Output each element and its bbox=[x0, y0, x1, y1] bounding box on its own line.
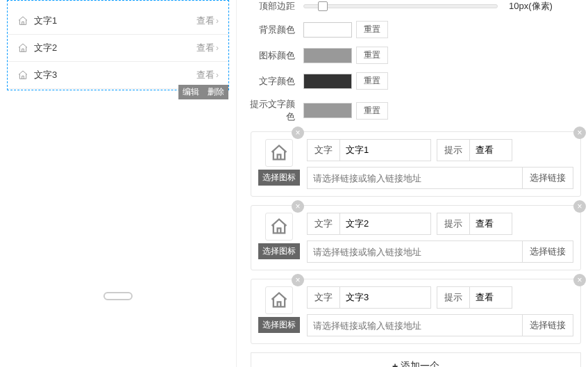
link-input[interactable] bbox=[307, 240, 522, 263]
icon-preview[interactable] bbox=[265, 213, 293, 240]
margin-top-value: 10px(像素) bbox=[509, 0, 553, 13]
text-color-label: 文字颜色 bbox=[244, 75, 299, 88]
bg-color-label: 背景颜色 bbox=[244, 24, 299, 36]
item-card: ××选择图标文字提示选择链接 bbox=[251, 279, 581, 344]
home-button[interactable] bbox=[103, 292, 133, 300]
select-icon-button[interactable]: 选择图标 bbox=[258, 317, 300, 333]
reset-button[interactable]: 重置 bbox=[356, 47, 388, 64]
preview-item[interactable]: 文字3 查看› 编辑 删除 bbox=[8, 62, 228, 89]
bg-color-swatch[interactable] bbox=[303, 22, 352, 38]
preview-item-hint: 查看 bbox=[196, 15, 215, 27]
hint-label: 提示 bbox=[437, 140, 470, 161]
remove-icon-button[interactable]: × bbox=[292, 200, 304, 213]
remove-item-button[interactable]: × bbox=[573, 127, 586, 139]
chevron-right-icon: › bbox=[216, 16, 219, 26]
preview-panel: 文字1 查看› 文字2 查看› 文字3 查看› 编辑 删除 bbox=[0, 0, 236, 367]
remove-item-button[interactable]: × bbox=[573, 274, 586, 286]
preview-canvas[interactable]: 文字1 查看› 文字2 查看› 文字3 查看› 编辑 删除 bbox=[7, 0, 229, 90]
remove-item-button[interactable]: × bbox=[573, 200, 586, 213]
hint-label: 提示 bbox=[437, 287, 470, 308]
properties-panel: 顶部边距 10px(像素) 背景颜色 重置 图标颜色 重置 文字颜色 重置 提示… bbox=[236, 0, 588, 367]
preview-item-text: 文字3 bbox=[34, 69, 57, 81]
chevron-right-icon: › bbox=[216, 70, 219, 80]
text-input[interactable] bbox=[340, 140, 430, 161]
item-card: ××选择图标文字提示选择链接 bbox=[251, 205, 581, 270]
text-input[interactable] bbox=[340, 213, 430, 234]
text-input[interactable] bbox=[340, 287, 430, 308]
text-label: 文字 bbox=[308, 287, 340, 308]
link-input[interactable] bbox=[307, 167, 522, 189]
chevron-right-icon: › bbox=[216, 43, 219, 53]
preview-item-hint: 查看 bbox=[196, 42, 215, 54]
reset-button[interactable]: 重置 bbox=[356, 102, 388, 120]
delete-button[interactable]: 删除 bbox=[203, 85, 228, 99]
remove-icon-button[interactable]: × bbox=[292, 274, 304, 286]
slider-thumb[interactable] bbox=[318, 1, 328, 11]
remove-icon-button[interactable]: × bbox=[292, 127, 304, 139]
hint-color-label: 提示文字颜色 bbox=[244, 98, 299, 123]
item-card: ××选择图标文字提示选择链接 bbox=[251, 131, 581, 197]
text-label: 文字 bbox=[308, 213, 340, 234]
text-label: 文字 bbox=[308, 140, 340, 161]
phone-home-bar bbox=[0, 285, 236, 307]
hint-input[interactable] bbox=[470, 213, 512, 234]
select-icon-button[interactable]: 选择图标 bbox=[258, 170, 300, 186]
hint-label: 提示 bbox=[437, 213, 470, 234]
edit-button[interactable]: 编辑 bbox=[178, 85, 203, 99]
preview-item-text: 文字2 bbox=[34, 42, 57, 54]
icon-preview[interactable] bbox=[265, 286, 293, 314]
select-icon-button[interactable]: 选择图标 bbox=[258, 243, 300, 259]
preview-item[interactable]: 文字1 查看› bbox=[8, 8, 228, 35]
house-icon bbox=[17, 15, 28, 26]
margin-top-slider[interactable] bbox=[303, 4, 498, 8]
house-icon bbox=[17, 42, 28, 54]
hint-color-swatch[interactable] bbox=[303, 103, 352, 118]
icon-color-swatch[interactable] bbox=[303, 48, 352, 63]
select-link-button[interactable]: 选择链接 bbox=[522, 240, 573, 263]
plus-icon: + bbox=[392, 361, 398, 367]
add-item-label: 添加一个 bbox=[401, 360, 439, 367]
preview-item[interactable]: 文字2 查看› bbox=[8, 35, 228, 62]
hint-input[interactable] bbox=[470, 287, 512, 308]
icon-color-label: 图标颜色 bbox=[244, 49, 299, 62]
add-item-button[interactable]: +添加一个 bbox=[251, 352, 581, 367]
select-link-button[interactable]: 选择链接 bbox=[522, 314, 573, 336]
margin-top-label: 顶部边距 bbox=[244, 0, 299, 13]
link-input[interactable] bbox=[307, 314, 522, 336]
house-icon bbox=[17, 70, 28, 81]
select-link-button[interactable]: 选择链接 bbox=[522, 167, 573, 189]
reset-button[interactable]: 重置 bbox=[356, 21, 388, 38]
reset-button[interactable]: 重置 bbox=[356, 72, 388, 90]
icon-preview[interactable] bbox=[265, 139, 293, 167]
text-color-swatch[interactable] bbox=[303, 74, 352, 89]
hint-input[interactable] bbox=[470, 140, 512, 161]
preview-item-text: 文字1 bbox=[34, 15, 57, 27]
preview-item-hint: 查看 bbox=[196, 69, 215, 81]
